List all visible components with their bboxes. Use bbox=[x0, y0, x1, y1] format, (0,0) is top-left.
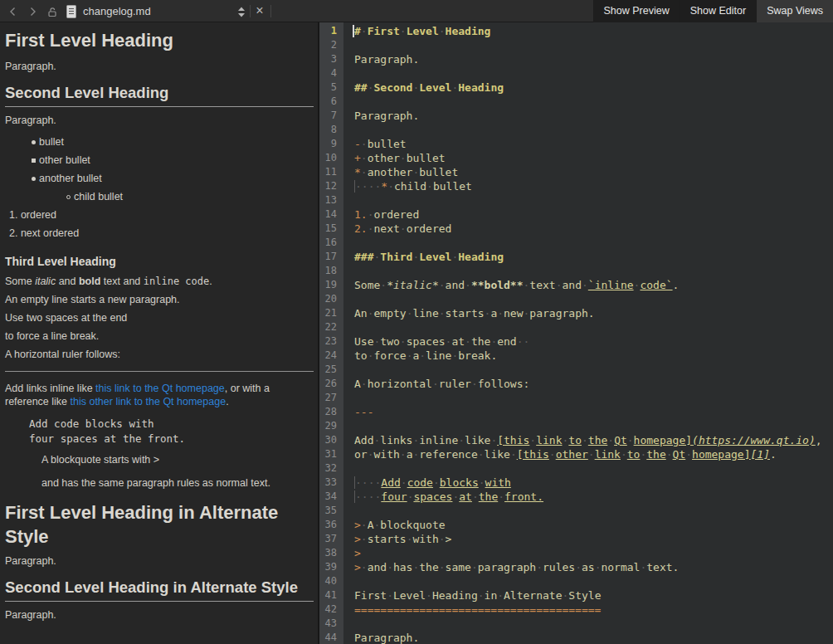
preview-paragraph: to force a line break. bbox=[5, 330, 314, 342]
preview-paragraph: Paragraph. bbox=[5, 555, 314, 567]
preview-paragraph: Paragraph. bbox=[5, 61, 314, 72]
blockquote-line: and has the same paragraph rules as norm… bbox=[41, 477, 314, 489]
list-item: 2. next ordered bbox=[9, 224, 314, 242]
unlock-icon[interactable] bbox=[46, 5, 59, 18]
list-item-label: child bullet bbox=[74, 191, 123, 202]
title-bar: changelog.md × Show Preview Show Editor … bbox=[0, 0, 833, 22]
separator bbox=[250, 5, 251, 17]
list-number: 1. bbox=[9, 209, 17, 221]
list-item: other bullet bbox=[32, 151, 314, 169]
list-item-label: other bullet bbox=[39, 154, 90, 166]
circle-bullet-icon bbox=[66, 195, 71, 199]
list-item-label: another bullet bbox=[39, 173, 102, 184]
preview-paragraph: Paragraph. bbox=[5, 609, 314, 621]
disc-bullet-icon bbox=[32, 177, 36, 181]
blockquote-line: A blockquote starts with > bbox=[41, 454, 314, 466]
inline-code: inline code bbox=[144, 276, 209, 287]
list-item: 1. ordered bbox=[9, 206, 314, 224]
list-item-child: child bullet bbox=[66, 188, 314, 206]
preview-paragraph: Paragraph. bbox=[5, 115, 314, 126]
close-icon[interactable]: × bbox=[252, 0, 267, 22]
view-buttons: Show Preview Show Editor Swap Views bbox=[593, 0, 833, 22]
main-split: First Level Heading Paragraph. Second Le… bbox=[0, 22, 833, 644]
preview-blockquote: A blockquote starts with > and has the s… bbox=[41, 454, 314, 489]
document-title[interactable]: changelog.md bbox=[83, 0, 151, 22]
bold-text: bold bbox=[79, 276, 100, 287]
list-item-label: ordered bbox=[21, 209, 56, 221]
list-item: bullet bbox=[32, 133, 314, 151]
preview-paragraph: Use two spaces at the end bbox=[5, 312, 314, 324]
preview-ordered-list: 1. ordered 2. next ordered bbox=[5, 206, 314, 242]
back-icon[interactable] bbox=[7, 5, 20, 18]
preview-bullet-list: bullet other bullet another bullet child… bbox=[5, 133, 314, 206]
preview-paragraph: A horizontal ruler follows: bbox=[5, 349, 314, 360]
swap-views-button[interactable]: Swap Views bbox=[756, 0, 833, 22]
list-item-label: next ordered bbox=[21, 227, 79, 239]
editor-pane: 1234567891011121314151617181920212223242… bbox=[319, 22, 833, 644]
show-preview-button[interactable]: Show Preview bbox=[593, 0, 680, 22]
text-cursor bbox=[353, 25, 354, 37]
separator bbox=[270, 5, 271, 17]
square-bullet-icon bbox=[32, 159, 36, 163]
line-numbers: 1234567891011121314151617181920212223242… bbox=[319, 22, 343, 644]
preview-paragraph: An empty line starts a new paragraph. bbox=[5, 294, 314, 305]
italic-text: italic bbox=[35, 276, 56, 287]
split-arrows-icon[interactable] bbox=[235, 5, 248, 18]
show-editor-button[interactable]: Show Editor bbox=[680, 0, 756, 22]
preview-h3: Third Level Heading bbox=[5, 255, 314, 268]
file-icon bbox=[65, 5, 78, 18]
list-number: 2. bbox=[9, 227, 17, 239]
forward-icon[interactable] bbox=[26, 5, 39, 18]
preview-mixed-paragraph: Some italic and bold text and inline cod… bbox=[5, 276, 314, 287]
preview-h2: Second Level Heading bbox=[5, 83, 314, 107]
list-item: another bullet bbox=[32, 169, 314, 188]
list-item-label: bullet bbox=[39, 136, 64, 148]
preview-h1: First Level Heading bbox=[5, 28, 314, 52]
preview-pane[interactable]: First Level Heading Paragraph. Second Le… bbox=[0, 22, 318, 644]
horizontal-rule bbox=[5, 371, 314, 372]
preview-h2-alt: Second Level Heading in Alternate Style bbox=[5, 578, 314, 602]
qt-homepage-reference-link[interactable]: this other link to the Qt homepage bbox=[71, 396, 227, 407]
code-lines[interactable]: #·First·Level·HeadingParagraph.##·Second… bbox=[343, 22, 833, 644]
qt-homepage-link[interactable]: this link to the Qt homepage bbox=[95, 383, 225, 394]
preview-links-paragraph: Add links inline like this link to the Q… bbox=[5, 383, 314, 408]
preview-code-block: Add code blocks with four spaces at the … bbox=[29, 417, 314, 446]
preview-h1-alt: First Level Heading in Alternate Style bbox=[5, 500, 314, 549]
disc-bullet-icon bbox=[32, 140, 36, 144]
